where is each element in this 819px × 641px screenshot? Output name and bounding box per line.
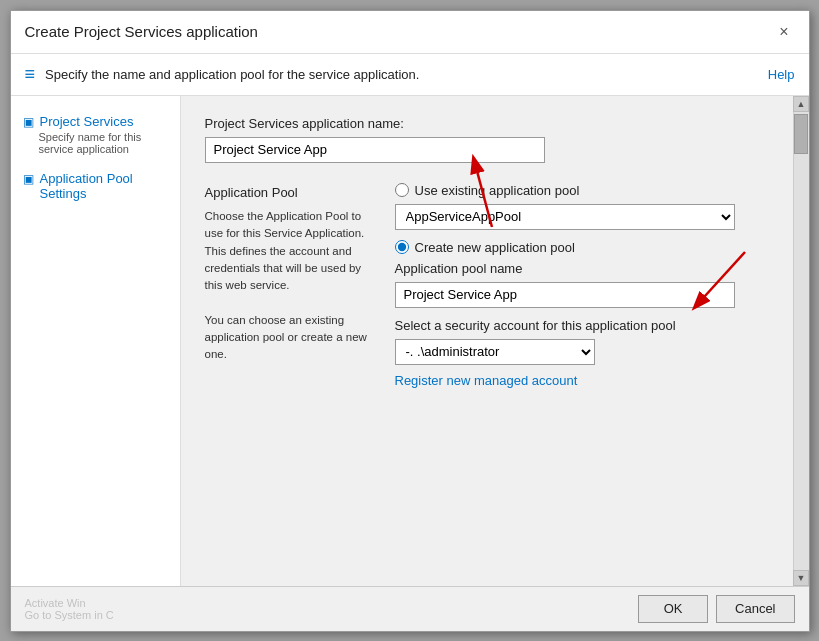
sidebar-item-app-pool[interactable]: ▣ Application Pool Settings bbox=[11, 163, 180, 211]
pool-name-input[interactable] bbox=[395, 282, 735, 308]
register-link[interactable]: Register new managed account bbox=[395, 373, 578, 388]
create-new-row: Create new application pool bbox=[395, 240, 769, 255]
sidebar: ▣ Project Services Specify name for this… bbox=[11, 96, 181, 586]
sidebar-item-label-1: Project Services bbox=[40, 114, 134, 129]
use-existing-label[interactable]: Use existing application pool bbox=[415, 183, 580, 198]
app-pool-description: Application Pool Choose the Application … bbox=[205, 183, 375, 388]
security-select[interactable]: -. .\administrator bbox=[395, 339, 595, 365]
sidebar-item-label-2: Application Pool Settings bbox=[40, 171, 168, 201]
sidebar-item-project-services[interactable]: ▣ Project Services Specify name for this… bbox=[11, 106, 180, 163]
footer: Activate WinGo to System in C OK Cancel bbox=[11, 586, 809, 631]
name-field-input[interactable] bbox=[205, 137, 545, 163]
security-label: Select a security account for this appli… bbox=[395, 318, 769, 333]
name-field-label: Project Services application name: bbox=[205, 116, 769, 131]
use-existing-row: Use existing application pool bbox=[395, 183, 769, 198]
use-existing-radio[interactable] bbox=[395, 183, 409, 197]
watermark-text: Activate WinGo to System in C bbox=[25, 597, 631, 621]
existing-pool-select[interactable]: AppServiceAppPool bbox=[395, 204, 735, 230]
app-pool-desc-title: Application Pool bbox=[205, 183, 375, 203]
scrollbar: ▲ ▼ bbox=[793, 96, 809, 586]
close-button[interactable]: × bbox=[773, 21, 794, 43]
title-bar: Create Project Services application × bbox=[11, 11, 809, 54]
pool-name-row bbox=[395, 282, 769, 318]
scroll-up-arrow[interactable]: ▲ bbox=[793, 96, 809, 112]
sidebar-item-header-1: ▣ Project Services bbox=[23, 114, 168, 129]
dialog: Create Project Services application × ≡ … bbox=[10, 10, 810, 632]
create-new-label[interactable]: Create new application pool bbox=[415, 240, 575, 255]
sidebar-item-header-2: ▣ Application Pool Settings bbox=[23, 171, 168, 201]
ok-button[interactable]: OK bbox=[638, 595, 708, 623]
dialog-title: Create Project Services application bbox=[25, 23, 258, 40]
cancel-button[interactable]: Cancel bbox=[716, 595, 794, 623]
name-section: Project Services application name: bbox=[205, 116, 769, 163]
app-pool-section: Application Pool Choose the Application … bbox=[205, 183, 769, 388]
subtitle-bar: ≡ Specify the name and application pool … bbox=[11, 54, 809, 96]
subtitle-left: ≡ Specify the name and application pool … bbox=[25, 64, 420, 85]
create-new-radio[interactable] bbox=[395, 240, 409, 254]
pool-name-label: Application pool name bbox=[395, 261, 769, 276]
scroll-down-arrow[interactable]: ▼ bbox=[793, 570, 809, 586]
app-pool-desc-text: Choose the Application Pool to use for t… bbox=[205, 208, 375, 363]
subtitle-text: Specify the name and application pool fo… bbox=[45, 67, 419, 82]
help-link[interactable]: Help bbox=[768, 67, 795, 82]
info-icon: ≡ bbox=[25, 64, 36, 85]
project-services-icon: ▣ bbox=[23, 115, 34, 129]
content-area: Project Services application name: A bbox=[181, 96, 793, 586]
sidebar-item-sub-1: Specify name for this service applicatio… bbox=[39, 131, 168, 155]
app-pool-controls: Use existing application pool AppService… bbox=[395, 183, 769, 388]
main-content: ▣ Project Services Specify name for this… bbox=[11, 96, 809, 586]
scroll-thumb[interactable] bbox=[794, 114, 808, 154]
app-pool-icon: ▣ bbox=[23, 172, 34, 186]
